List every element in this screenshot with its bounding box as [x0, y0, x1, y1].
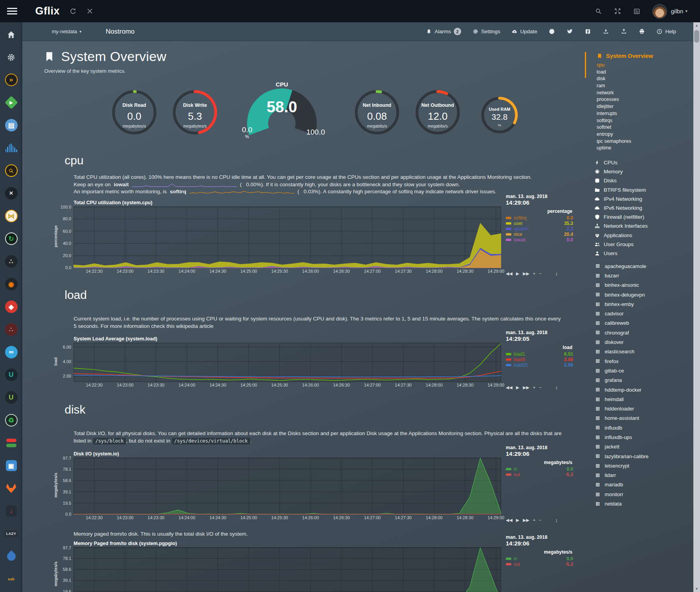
- menu-app-lazylibrarian-calibre[interactable]: lazylibrarian-calibre: [583, 452, 693, 461]
- legend-row-out[interactable]: out-5.3: [506, 472, 573, 477]
- zoom-in-button[interactable]: +: [533, 385, 535, 390]
- menu-app-binhex-emby[interactable]: binhex-emby: [583, 299, 693, 309]
- menu-section-users[interactable]: Users: [583, 249, 693, 258]
- alarms-button[interactable]: Alarms 2: [426, 28, 461, 35]
- import-snapshot-icon[interactable]: [621, 28, 627, 35]
- avatar[interactable]: [652, 4, 667, 19]
- menu-app-hiddenloader[interactable]: hiddenloader: [583, 404, 693, 413]
- menu-section-disks[interactable]: Disks: [583, 176, 693, 185]
- legend-row-system[interactable]: system2.3: [506, 226, 573, 232]
- gauge-cpu[interactable]: CPU58.00.0%100.0: [240, 83, 324, 142]
- legend-row-in[interactable]: in0.0: [506, 466, 573, 472]
- plex-icon[interactable]: »: [5, 73, 18, 86]
- menu-item-softirqs[interactable]: softirqs: [583, 117, 693, 124]
- window-app-icon[interactable]: ▣: [5, 459, 18, 472]
- close-tab-icon[interactable]: [86, 7, 94, 15]
- menu-item-ram[interactable]: ram: [583, 83, 693, 90]
- print-icon[interactable]: [639, 28, 645, 35]
- gauge-disk-write[interactable]: Disk Write5.3megabytes/s: [171, 88, 219, 137]
- gauge-disk-read[interactable]: Disk Read0.0megabytes/s: [110, 88, 159, 137]
- menu-app-letsencrypt[interactable]: letsencrypt: [583, 461, 693, 470]
- menu-app-binhex-delugevpn[interactable]: binhex-delugevpn: [583, 290, 693, 299]
- resize-handle[interactable]: ↕: [555, 271, 558, 277]
- scroll-down-arrow[interactable]: ▼: [693, 586, 700, 592]
- export-snapshot-icon[interactable]: [603, 28, 609, 35]
- settings-gear-icon[interactable]: [5, 50, 18, 64]
- legend-row-user[interactable]: user35.3: [506, 221, 573, 226]
- update-button[interactable]: Update: [512, 29, 538, 34]
- search-icon[interactable]: [595, 7, 602, 15]
- play-button[interactable]: ▶: [516, 385, 519, 390]
- zoom-out-button[interactable]: −: [539, 271, 541, 276]
- bowtie-icon[interactable]: ⋈: [5, 209, 18, 223]
- facebook-icon[interactable]: [585, 28, 591, 35]
- resize-handle[interactable]: ↕: [555, 385, 558, 390]
- downloader-icon[interactable]: ↓: [5, 504, 18, 518]
- menu-app-gitlab-ce[interactable]: gitlab-ce: [583, 366, 693, 375]
- legend-row-load1[interactable]: load16.51: [506, 351, 573, 357]
- pills-icon[interactable]: [5, 436, 18, 450]
- menu-app-binhex-airsonic[interactable]: binhex-airsonic: [583, 281, 693, 290]
- teal-u-icon[interactable]: U: [5, 368, 18, 381]
- recycle-green-icon[interactable]: ♻: [5, 414, 18, 427]
- zoom-out-button[interactable]: −: [539, 385, 541, 390]
- menu-item-uptime[interactable]: uptime: [583, 145, 693, 152]
- lazylibrarian-icon[interactable]: LAZY: [5, 527, 18, 540]
- page-scrollbar[interactable]: ▲ ▼: [693, 22, 700, 592]
- menu-section-firewall-netfilter-[interactable]: Firewall (netfilter): [583, 212, 693, 221]
- resilio-sync-icon[interactable]: ∞: [5, 345, 18, 359]
- legend-row-iowait[interactable]: iowait0.0: [506, 237, 573, 243]
- menu-section-btrfs-filesystem[interactable]: BTRFS filesystem: [583, 185, 693, 194]
- menu-app-hddtemp-docker[interactable]: hddtemp-docker: [583, 385, 693, 394]
- gitlab-icon[interactable]: [5, 482, 18, 495]
- menu-section-cpus[interactable]: CPUs: [583, 158, 693, 167]
- menu-app-calibreweb[interactable]: calibreweb: [583, 318, 693, 328]
- pan-forward-button[interactable]: ▶▶: [523, 271, 529, 276]
- chart-canvas-disk[interactable]: [74, 458, 501, 515]
- menu-app-firefox[interactable]: firefox: [583, 356, 693, 366]
- red-app-icon[interactable]: ◆: [5, 300, 18, 313]
- settings-button[interactable]: Settings: [473, 29, 500, 34]
- chart-canvas-pgpgio[interactable]: [74, 547, 501, 592]
- menu-section-network-interfaces[interactable]: Network Interfaces: [583, 221, 693, 230]
- menu-item-network[interactable]: network: [583, 90, 693, 97]
- swirl-icon[interactable]: ↻: [5, 232, 18, 245]
- menu-section-applications[interactable]: Applications: [583, 230, 693, 239]
- twitter-icon[interactable]: [566, 28, 573, 35]
- chart-canvas-cpu[interactable]: [74, 207, 501, 268]
- menu-app-mariadb[interactable]: mariadb: [583, 480, 693, 489]
- legend-row-out[interactable]: out-5.2: [506, 561, 573, 567]
- menu-item-softnet[interactable]: softnet: [583, 124, 693, 131]
- menu-app-home-assistant[interactable]: home-assistant: [583, 414, 693, 423]
- legend-row-in[interactable]: in0.0: [506, 556, 573, 561]
- menu-item-disk[interactable]: disk: [583, 76, 693, 83]
- airsonic-icon[interactable]: [5, 141, 18, 155]
- play-button[interactable]: ▶: [516, 518, 519, 523]
- gauge-net-outbound[interactable]: Net Outbound12.0megabits/s: [413, 88, 462, 137]
- legend-row-nice[interactable]: nice20.4: [506, 232, 573, 237]
- gauge-net-inbound[interactable]: Net Inbound0.08megabits/s: [353, 88, 401, 137]
- hamburger-menu-icon[interactable]: [7, 8, 17, 15]
- mariadb-icon[interactable]: ∴: [5, 323, 18, 336]
- menu-app-bazarr[interactable]: bazarr: [583, 271, 693, 280]
- menu-app-grafana[interactable]: grafana: [583, 376, 693, 385]
- grafana-icon[interactable]: ◉: [5, 277, 18, 291]
- green-u-icon[interactable]: U: [5, 391, 18, 404]
- help-button[interactable]: Help: [657, 29, 676, 34]
- changelog-icon[interactable]: [633, 7, 640, 15]
- zoom-in-button[interactable]: +: [533, 271, 535, 276]
- user-menu[interactable]: gilbn▾: [652, 4, 687, 19]
- menu-section-ipv6-networking[interactable]: IPv6 Networking: [583, 203, 693, 212]
- menu-app-influxdb-ups[interactable]: influxdb-ups: [583, 432, 693, 442]
- pan-forward-button[interactable]: ▶▶: [523, 518, 529, 523]
- menu-app-netdata[interactable]: netdata: [583, 499, 693, 508]
- menu-section-user-groups[interactable]: User Groups: [583, 240, 693, 249]
- server-dropdown[interactable]: my-netdata▾: [52, 29, 81, 34]
- pan-back-button[interactable]: ◀◀: [506, 518, 512, 523]
- emby-icon[interactable]: ▶: [5, 96, 18, 109]
- menu-app-cadvisor[interactable]: cadvisor: [583, 309, 693, 318]
- menu-app-lidarr[interactable]: lidarr: [583, 471, 693, 480]
- sabnzbd-icon[interactable]: sab: [5, 572, 18, 586]
- pan-forward-button[interactable]: ▶▶: [523, 385, 529, 390]
- deluge-icon[interactable]: [5, 550, 18, 563]
